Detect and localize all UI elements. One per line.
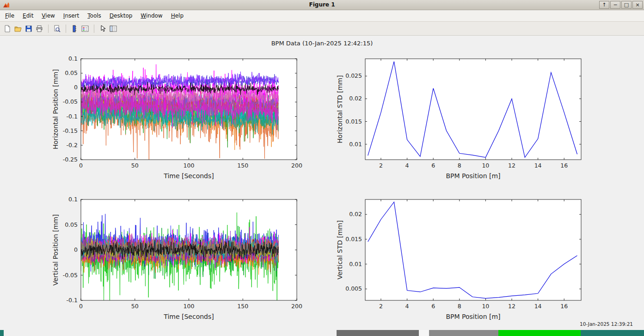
svg-text:100: 100 <box>184 162 195 169</box>
taskbar-sliver[interactable] <box>0 330 644 336</box>
print-icon <box>36 25 43 32</box>
shade-button[interactable]: ↑ <box>599 1 609 9</box>
svg-text:Vertical Position [mm]: Vertical Position [mm] <box>52 214 59 286</box>
svg-text:0: 0 <box>74 246 78 253</box>
svg-text:0.01: 0.01 <box>349 141 362 148</box>
close-icon: × <box>635 2 639 8</box>
svg-text:50: 50 <box>131 303 139 310</box>
svg-text:12: 12 <box>508 303 515 310</box>
svg-text:100: 100 <box>184 303 195 310</box>
plot-tools-button[interactable] <box>108 24 118 34</box>
figure-canvas: BPM Data (10-Jan-2025 12:42:15) 05010015… <box>0 36 644 336</box>
svg-text:-0.25: -0.25 <box>63 156 78 163</box>
svg-text:6: 6 <box>431 162 435 169</box>
svg-text:0.1: 0.1 <box>68 55 78 62</box>
menu-desktop[interactable]: Desktop <box>105 11 137 20</box>
open-file-icon <box>14 25 22 32</box>
svg-text:16: 16 <box>560 303 568 310</box>
colorbar-icon <box>71 25 78 32</box>
print-button[interactable] <box>34 24 44 34</box>
svg-text:4: 4 <box>405 303 409 310</box>
taskbar-segment[interactable] <box>0 330 4 336</box>
taskbar-segment[interactable] <box>429 330 498 336</box>
menu-window[interactable]: Window <box>136 11 166 20</box>
svg-text:150: 150 <box>237 162 248 169</box>
maximize-button[interactable]: □ <box>621 1 632 9</box>
insert-colorbar-button[interactable] <box>69 24 80 34</box>
svg-text:4: 4 <box>405 162 409 169</box>
svg-text:-0.15: -0.15 <box>63 127 78 134</box>
horizontal-position-svg: 050100150200-0.25-0.2-0.15-0.1-0.0500.05… <box>49 53 305 187</box>
window-controls: ↑ − □ × <box>599 1 643 9</box>
menu-view[interactable]: View <box>37 11 59 20</box>
minimize-button[interactable]: − <box>610 1 620 9</box>
svg-text:-0.1: -0.1 <box>67 297 78 304</box>
svg-text:0.02: 0.02 <box>349 95 362 102</box>
figure-toolbar <box>0 22 644 36</box>
svg-text:2: 2 <box>379 162 383 169</box>
svg-text:Horizontal Position [mm]: Horizontal Position [mm] <box>52 69 59 149</box>
svg-text:0.015: 0.015 <box>345 236 362 243</box>
svg-text:Vertical STD [mm]: Vertical STD [mm] <box>336 220 343 280</box>
open-file-button[interactable] <box>13 24 23 34</box>
menu-file[interactable]: File <box>1 11 18 20</box>
svg-text:0.015: 0.015 <box>345 118 362 125</box>
svg-text:0.025: 0.025 <box>345 72 362 79</box>
taskbar-segment[interactable] <box>581 330 644 336</box>
svg-text:8: 8 <box>458 303 461 310</box>
new-figure-button[interactable] <box>2 24 12 34</box>
shade-icon: ↑ <box>602 2 606 8</box>
svg-text:0: 0 <box>79 303 83 310</box>
menu-help[interactable]: Help <box>167 11 188 20</box>
minimize-icon: − <box>613 2 617 8</box>
svg-text:6: 6 <box>431 303 435 310</box>
figure-title: BPM Data (10-Jan-2025 12:42:15) <box>0 40 644 47</box>
svg-text:Horizontal STD [mm]: Horizontal STD [mm] <box>336 75 343 143</box>
svg-text:-0.1: -0.1 <box>67 113 78 120</box>
svg-text:0.005: 0.005 <box>345 285 362 292</box>
svg-text:10: 10 <box>482 162 489 169</box>
svg-text:12: 12 <box>508 162 515 169</box>
titlebar[interactable]: Figure 1 ↑ − □ × <box>0 0 644 10</box>
svg-text:2: 2 <box>379 303 383 310</box>
toolbar-separator <box>94 25 94 33</box>
edit-plot-button[interactable] <box>98 24 108 34</box>
taskbar-segment[interactable] <box>419 330 429 336</box>
menu-insert[interactable]: Insert <box>59 11 83 20</box>
svg-text:Time [Seconds]: Time [Seconds] <box>163 172 214 180</box>
insert-legend-button[interactable] <box>80 24 90 34</box>
print-preview-icon <box>53 25 61 32</box>
taskbar-segment[interactable] <box>498 330 581 336</box>
svg-text:8: 8 <box>458 162 461 169</box>
new-figure-icon <box>4 25 11 32</box>
print-preview-button[interactable] <box>52 24 62 34</box>
svg-text:BPM Position [m]: BPM Position [m] <box>446 313 500 320</box>
svg-text:14: 14 <box>534 162 542 169</box>
svg-text:0: 0 <box>79 162 83 169</box>
svg-text:-0.05: -0.05 <box>63 272 78 279</box>
svg-text:-0.2: -0.2 <box>67 142 78 149</box>
svg-text:0.05: 0.05 <box>65 69 78 76</box>
plot-vertical-position: 050100150200-0.1-0.0500.050.1Time [Secon… <box>49 194 305 328</box>
svg-text:50: 50 <box>131 162 139 169</box>
svg-text:0: 0 <box>74 84 78 91</box>
taskbar-segment[interactable] <box>337 330 419 336</box>
svg-text:200: 200 <box>291 303 302 310</box>
svg-text:0.1: 0.1 <box>68 196 78 203</box>
svg-text:200: 200 <box>291 162 302 169</box>
save-figure-button[interactable] <box>24 24 34 34</box>
svg-text:Time [Seconds]: Time [Seconds] <box>163 313 214 320</box>
menubar: File Edit View Insert Tools Desktop Wind… <box>0 10 644 22</box>
menu-tools[interactable]: Tools <box>83 11 105 20</box>
svg-text:-0.05: -0.05 <box>63 98 78 105</box>
menu-edit[interactable]: Edit <box>18 11 37 20</box>
legend-icon <box>81 25 89 32</box>
svg-text:10: 10 <box>482 303 489 310</box>
close-button[interactable]: × <box>632 1 643 9</box>
svg-text:16: 16 <box>560 162 568 169</box>
toolbar-separator <box>48 25 49 33</box>
svg-text:14: 14 <box>534 303 542 310</box>
window-title: Figure 1 <box>0 1 644 8</box>
svg-text:0.05: 0.05 <box>65 221 78 228</box>
plot-tools-icon <box>110 25 117 32</box>
